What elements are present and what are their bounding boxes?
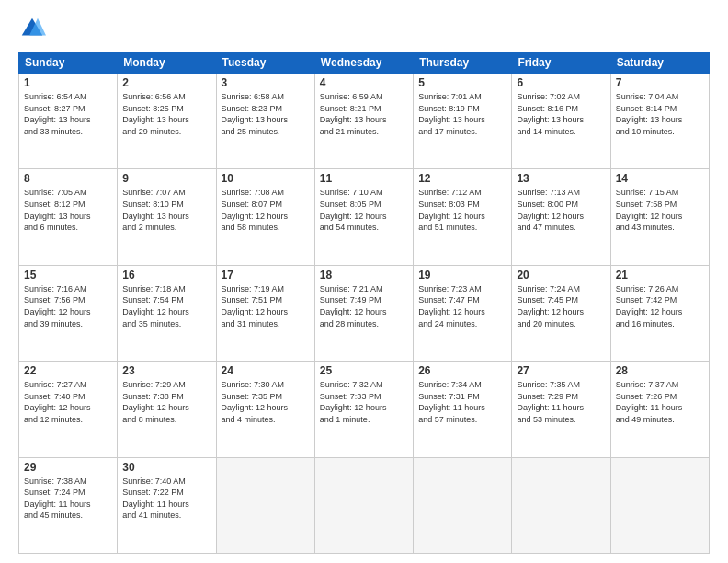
day-info: Sunrise: 7:16 AM Sunset: 7:56 PM Dayligh… [24, 283, 112, 329]
day-info: Sunrise: 7:26 AM Sunset: 7:42 PM Dayligh… [616, 283, 704, 329]
calendar-cell: 26Sunrise: 7:34 AM Sunset: 7:31 PM Dayli… [414, 362, 512, 457]
day-number: 18 [320, 269, 408, 282]
calendar-cell: 13Sunrise: 7:13 AM Sunset: 8:00 PM Dayli… [512, 169, 610, 265]
day-number: 13 [517, 172, 605, 185]
calendar-cell: 29Sunrise: 7:38 AM Sunset: 7:24 PM Dayli… [19, 457, 118, 553]
calendar-cell: 4Sunrise: 6:59 AM Sunset: 8:21 PM Daylig… [314, 74, 413, 169]
day-info: Sunrise: 7:30 AM Sunset: 7:35 PM Dayligh… [222, 379, 310, 425]
day-number: 5 [418, 76, 506, 89]
calendar-cell: 16Sunrise: 7:18 AM Sunset: 7:54 PM Dayli… [118, 265, 216, 361]
day-number: 28 [616, 364, 704, 377]
day-number: 17 [222, 269, 310, 282]
day-number: 16 [122, 269, 210, 282]
day-info: Sunrise: 7:05 AM Sunset: 8:12 PM Dayligh… [24, 187, 112, 233]
day-info: Sunrise: 7:13 AM Sunset: 8:00 PM Dayligh… [517, 187, 605, 233]
day-number: 24 [222, 364, 310, 377]
col-header-wednesday: Wednesday [314, 52, 413, 74]
day-info: Sunrise: 7:15 AM Sunset: 7:58 PM Dayligh… [616, 187, 704, 233]
col-header-tuesday: Tuesday [216, 52, 314, 74]
day-number: 20 [517, 269, 605, 282]
day-number: 30 [122, 461, 210, 474]
calendar-cell: 14Sunrise: 7:15 AM Sunset: 7:58 PM Dayli… [610, 169, 709, 265]
day-info: Sunrise: 7:12 AM Sunset: 8:03 PM Dayligh… [418, 187, 506, 233]
day-info: Sunrise: 7:21 AM Sunset: 7:49 PM Dayligh… [320, 283, 408, 329]
calendar-cell: 23Sunrise: 7:29 AM Sunset: 7:38 PM Dayli… [118, 362, 216, 457]
day-info: Sunrise: 7:18 AM Sunset: 7:54 PM Dayligh… [122, 283, 210, 329]
calendar-cell: 5Sunrise: 7:01 AM Sunset: 8:19 PM Daylig… [414, 74, 512, 169]
logo-icon [18, 15, 46, 42]
col-header-sunday: Sunday [19, 52, 118, 74]
day-info: Sunrise: 7:29 AM Sunset: 7:38 PM Dayligh… [122, 379, 210, 425]
calendar-cell: 30Sunrise: 7:40 AM Sunset: 7:22 PM Dayli… [118, 457, 216, 553]
day-number: 1 [24, 76, 112, 89]
day-info: Sunrise: 7:07 AM Sunset: 8:10 PM Dayligh… [122, 187, 210, 233]
calendar-cell: 25Sunrise: 7:32 AM Sunset: 7:33 PM Dayli… [314, 362, 413, 457]
col-header-saturday: Saturday [610, 52, 709, 74]
calendar-cell: 10Sunrise: 7:08 AM Sunset: 8:07 PM Dayli… [216, 169, 314, 265]
day-info: Sunrise: 7:01 AM Sunset: 8:19 PM Dayligh… [418, 91, 506, 137]
calendar: SundayMondayTuesdayWednesdayThursdayFrid… [18, 52, 710, 554]
day-number: 23 [122, 364, 210, 377]
day-info: Sunrise: 7:27 AM Sunset: 7:40 PM Dayligh… [24, 379, 112, 425]
col-header-friday: Friday [512, 52, 610, 74]
calendar-cell: 7Sunrise: 7:04 AM Sunset: 8:14 PM Daylig… [610, 74, 709, 169]
day-number: 11 [320, 172, 408, 185]
calendar-cell: 27Sunrise: 7:35 AM Sunset: 7:29 PM Dayli… [512, 362, 610, 457]
calendar-cell: 24Sunrise: 7:30 AM Sunset: 7:35 PM Dayli… [216, 362, 314, 457]
calendar-cell: 11Sunrise: 7:10 AM Sunset: 8:05 PM Dayli… [314, 169, 413, 265]
calendar-cell [512, 457, 610, 553]
day-number: 9 [122, 172, 210, 185]
day-number: 15 [24, 269, 112, 282]
day-number: 26 [418, 364, 506, 377]
day-info: Sunrise: 7:34 AM Sunset: 7:31 PM Dayligh… [418, 379, 506, 425]
col-header-thursday: Thursday [414, 52, 512, 74]
calendar-cell: 1Sunrise: 6:54 AM Sunset: 8:27 PM Daylig… [19, 74, 118, 169]
calendar-cell: 28Sunrise: 7:37 AM Sunset: 7:26 PM Dayli… [610, 362, 709, 457]
day-number: 12 [418, 172, 506, 185]
day-number: 2 [122, 76, 210, 89]
day-info: Sunrise: 7:32 AM Sunset: 7:33 PM Dayligh… [320, 379, 408, 425]
day-number: 10 [222, 172, 310, 185]
calendar-cell: 15Sunrise: 7:16 AM Sunset: 7:56 PM Dayli… [19, 265, 118, 361]
day-number: 8 [24, 172, 112, 185]
col-header-monday: Monday [118, 52, 216, 74]
day-info: Sunrise: 7:04 AM Sunset: 8:14 PM Dayligh… [616, 91, 704, 137]
day-info: Sunrise: 7:19 AM Sunset: 7:51 PM Dayligh… [222, 283, 310, 329]
day-number: 19 [418, 269, 506, 282]
calendar-cell: 18Sunrise: 7:21 AM Sunset: 7:49 PM Dayli… [314, 265, 413, 361]
calendar-cell [314, 457, 413, 553]
day-number: 3 [222, 76, 310, 89]
calendar-cell: 6Sunrise: 7:02 AM Sunset: 8:16 PM Daylig… [512, 74, 610, 169]
day-info: Sunrise: 7:37 AM Sunset: 7:26 PM Dayligh… [616, 379, 704, 425]
logo [18, 15, 50, 42]
day-number: 22 [24, 364, 112, 377]
day-info: Sunrise: 6:54 AM Sunset: 8:27 PM Dayligh… [24, 91, 112, 137]
calendar-cell: 9Sunrise: 7:07 AM Sunset: 8:10 PM Daylig… [118, 169, 216, 265]
day-info: Sunrise: 6:56 AM Sunset: 8:25 PM Dayligh… [122, 91, 210, 137]
day-number: 27 [517, 364, 605, 377]
calendar-cell: 21Sunrise: 7:26 AM Sunset: 7:42 PM Dayli… [610, 265, 709, 361]
day-number: 4 [320, 76, 408, 89]
calendar-cell: 3Sunrise: 6:58 AM Sunset: 8:23 PM Daylig… [216, 74, 314, 169]
day-info: Sunrise: 6:58 AM Sunset: 8:23 PM Dayligh… [222, 91, 310, 137]
day-info: Sunrise: 6:59 AM Sunset: 8:21 PM Dayligh… [320, 91, 408, 137]
day-info: Sunrise: 7:40 AM Sunset: 7:22 PM Dayligh… [122, 476, 210, 522]
calendar-cell: 17Sunrise: 7:19 AM Sunset: 7:51 PM Dayli… [216, 265, 314, 361]
day-number: 6 [517, 76, 605, 89]
day-number: 14 [616, 172, 704, 185]
day-info: Sunrise: 7:24 AM Sunset: 7:45 PM Dayligh… [517, 283, 605, 329]
day-number: 21 [616, 269, 704, 282]
day-info: Sunrise: 7:10 AM Sunset: 8:05 PM Dayligh… [320, 187, 408, 233]
day-info: Sunrise: 7:38 AM Sunset: 7:24 PM Dayligh… [24, 476, 112, 522]
day-number: 25 [320, 364, 408, 377]
day-info: Sunrise: 7:35 AM Sunset: 7:29 PM Dayligh… [517, 379, 605, 425]
calendar-cell: 8Sunrise: 7:05 AM Sunset: 8:12 PM Daylig… [19, 169, 118, 265]
calendar-cell: 19Sunrise: 7:23 AM Sunset: 7:47 PM Dayli… [414, 265, 512, 361]
calendar-cell: 22Sunrise: 7:27 AM Sunset: 7:40 PM Dayli… [19, 362, 118, 457]
calendar-cell [610, 457, 709, 553]
calendar-cell [414, 457, 512, 553]
calendar-cell: 12Sunrise: 7:12 AM Sunset: 8:03 PM Dayli… [414, 169, 512, 265]
header [18, 15, 710, 42]
calendar-cell [216, 457, 314, 553]
day-info: Sunrise: 7:23 AM Sunset: 7:47 PM Dayligh… [418, 283, 506, 329]
